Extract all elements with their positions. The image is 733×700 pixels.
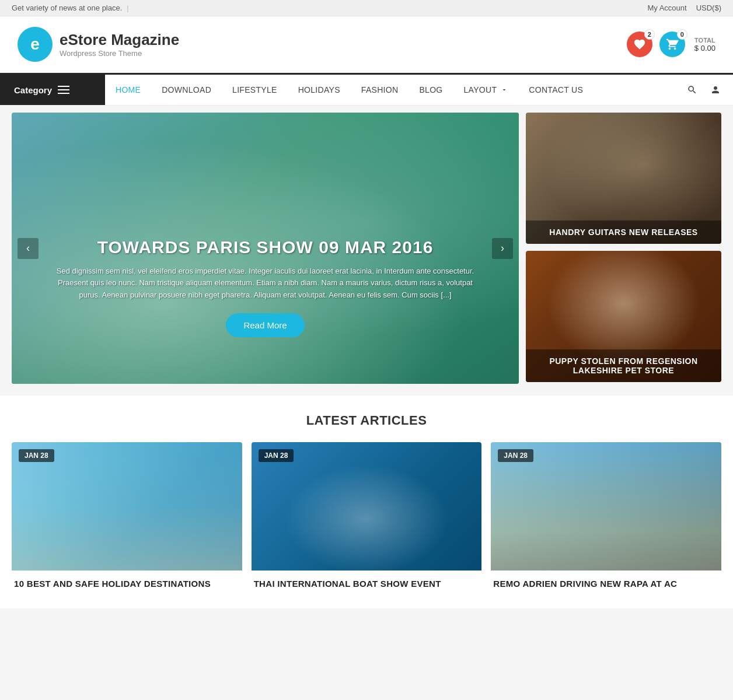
slide-title: TOWARDS PARIS SHOW 09 MAR 2016 xyxy=(47,237,484,257)
wishlist-button[interactable]: 2 xyxy=(627,32,652,57)
latest-articles-section: LATEST ARTICLES JAN 28 10 BEST AND SAFE … xyxy=(0,396,733,608)
total-area: TOTAL $ 0.00 xyxy=(694,37,715,52)
my-account-link[interactable]: My Account xyxy=(647,4,686,12)
latest-articles-title: LATEST ARTICLES xyxy=(12,413,721,428)
nav-blog[interactable]: BLOG xyxy=(409,75,453,105)
nav-fashion[interactable]: FASHION xyxy=(351,75,409,105)
header: e eStore Magazine Wordpress Store Theme … xyxy=(0,16,733,73)
article-card-0[interactable]: JAN 28 10 BEST AND SAFE HOLIDAY DESTINAT… xyxy=(12,442,242,591)
read-more-button[interactable]: Read More xyxy=(226,313,304,337)
article-title-1: THAI INTERNATIONAL BOAT SHOW EVENT xyxy=(252,570,482,591)
article-title-2: REMO ADRIEN DRIVING NEW RAPA AT AC xyxy=(491,570,721,591)
user-icon xyxy=(710,85,721,95)
chevron-down-icon xyxy=(501,86,508,93)
nav-home[interactable]: HOME xyxy=(105,75,151,105)
logo-letter: e xyxy=(30,35,40,54)
heart-icon xyxy=(633,38,646,51)
site-tagline: Wordpress Store Theme xyxy=(60,49,179,58)
nav-icons xyxy=(682,79,733,100)
wishlist-count: 2 xyxy=(644,29,655,40)
article-card-1[interactable]: JAN 28 THAI INTERNATIONAL BOAT SHOW EVEN… xyxy=(252,442,482,591)
search-icon xyxy=(687,85,697,95)
hero-section: ‹ › TOWARDS PARIS SHOW 09 MAR 2016 Sed d… xyxy=(0,106,733,391)
hero-slider: ‹ › TOWARDS PARIS SHOW 09 MAR 2016 Sed d… xyxy=(12,113,519,384)
total-label: TOTAL xyxy=(694,37,715,44)
slide-content: TOWARDS PARIS SHOW 09 MAR 2016 Sed digni… xyxy=(47,237,484,337)
cart-button[interactable]: 0 xyxy=(659,32,685,57)
slide-description: Sed dignissim sem nisl, vel eleifend ero… xyxy=(47,265,484,302)
article-date-2: JAN 28 xyxy=(498,449,533,462)
header-right: 2 0 TOTAL $ 0.00 xyxy=(627,32,715,57)
puppy-title: PUPPY STOLEN FROM REGENSION LAKESHIRE PE… xyxy=(535,356,712,375)
nav-links: HOME DOWNLOAD LIFESTYLE HOLIDAYS FASHION… xyxy=(105,75,682,105)
logo-text: eStore Magazine Wordpress Store Theme xyxy=(60,31,179,58)
top-bar: Get variety of news at one place. | My A… xyxy=(0,0,733,16)
top-bar-divider: | xyxy=(127,4,128,12)
side-card-puppy[interactable]: PUPPY STOLEN FROM REGENSION LAKESHIRE PE… xyxy=(526,251,721,382)
category-label: Category xyxy=(14,85,52,95)
article-date-0: JAN 28 xyxy=(19,449,54,462)
cart-area: 2 0 xyxy=(627,32,685,57)
logo-area: e eStore Magazine Wordpress Store Theme xyxy=(18,27,179,62)
nav-layout[interactable]: LAYOUT xyxy=(453,75,519,105)
guitar-title: HANDRY GUITARS NEW RELEASES xyxy=(535,228,712,237)
search-button[interactable] xyxy=(682,79,703,100)
article-image-racing: JAN 28 xyxy=(491,442,721,570)
top-bar-tagline: Get variety of news at one place. xyxy=(12,4,122,12)
article-card-2[interactable]: JAN 28 REMO ADRIEN DRIVING NEW RAPA AT A… xyxy=(491,442,721,591)
article-date-1: JAN 28 xyxy=(259,449,294,462)
articles-grid: JAN 28 10 BEST AND SAFE HOLIDAY DESTINAT… xyxy=(12,442,721,591)
slider-prev-button[interactable]: ‹ xyxy=(18,238,39,259)
hero-side: HANDRY GUITARS NEW RELEASES PUPPY STOLEN… xyxy=(526,113,721,384)
nav-download[interactable]: DOWNLOAD xyxy=(151,75,222,105)
currency-link[interactable]: USD($) xyxy=(696,4,721,12)
slider-next-button[interactable]: › xyxy=(492,238,513,259)
article-image-jetski: JAN 28 xyxy=(252,442,482,570)
top-bar-right: My Account USD($) xyxy=(647,4,721,12)
side-card-guitar[interactable]: HANDRY GUITARS NEW RELEASES xyxy=(526,113,721,244)
guitar-overlay: HANDRY GUITARS NEW RELEASES xyxy=(526,220,721,244)
site-name: eStore Magazine xyxy=(60,31,179,49)
hamburger-icon xyxy=(58,86,69,94)
category-button[interactable]: Category xyxy=(0,75,105,105)
top-bar-left: Get variety of news at one place. | xyxy=(12,4,129,12)
article-image-beach: JAN 28 xyxy=(12,442,242,570)
logo-icon[interactable]: e xyxy=(18,27,53,62)
article-title-0: 10 BEST AND SAFE HOLIDAY DESTINATIONS xyxy=(12,570,242,591)
cart-count: 0 xyxy=(677,29,687,40)
user-button[interactable] xyxy=(705,79,726,100)
main-nav: Category HOME DOWNLOAD LIFESTYLE HOLIDAY… xyxy=(0,73,733,106)
nav-contact-us[interactable]: CONTACT US xyxy=(518,75,594,105)
cart-icon xyxy=(666,38,679,51)
total-amount: $ 0.00 xyxy=(694,44,715,52)
puppy-overlay: PUPPY STOLEN FROM REGENSION LAKESHIRE PE… xyxy=(526,349,721,382)
nav-holidays[interactable]: HOLIDAYS xyxy=(288,75,351,105)
nav-lifestyle[interactable]: LIFESTYLE xyxy=(222,75,288,105)
